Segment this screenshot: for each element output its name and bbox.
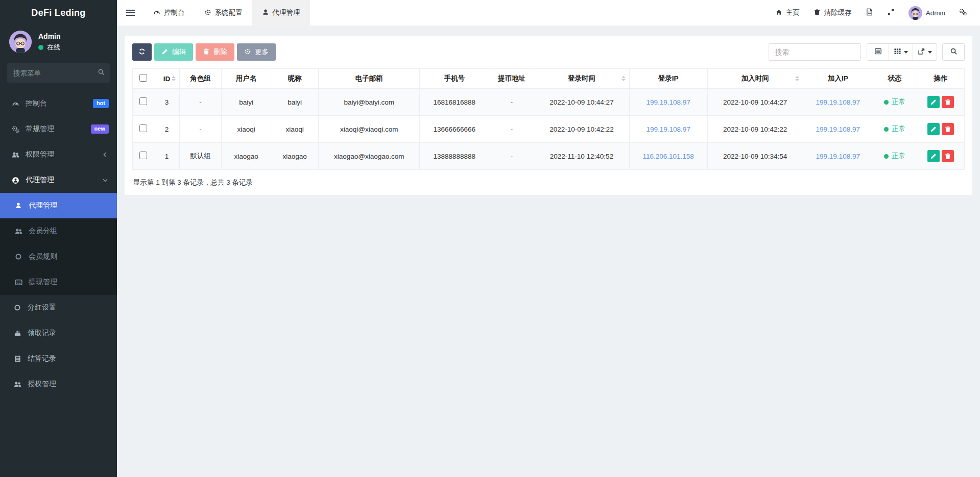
row-checkbox[interactable] xyxy=(139,124,147,132)
cell-join-ip[interactable]: 199.19.108.97 xyxy=(803,116,873,143)
home-link[interactable]: 主页 xyxy=(775,8,800,17)
user-icon xyxy=(13,202,23,210)
settings-button[interactable] xyxy=(959,8,967,17)
language-button[interactable] xyxy=(866,8,873,17)
cell-phone: 16816816888 xyxy=(420,89,489,116)
column-header: 电子邮箱 xyxy=(319,69,420,89)
user-icon xyxy=(262,9,269,17)
list-view-icon xyxy=(874,47,882,57)
new-badge: new xyxy=(91,124,109,133)
sidebar-item-member-group[interactable]: 会员分组 xyxy=(0,218,117,244)
columns-dropdown-button[interactable] xyxy=(889,43,913,61)
tab-agent-manage[interactable]: 代理管理 xyxy=(252,0,310,26)
cell-login-time: 2022-10-09 10:44:27 xyxy=(534,89,629,116)
topbar-right: 主页 清除缓存 Admin xyxy=(775,0,980,26)
detail-view-button[interactable] xyxy=(867,43,889,61)
sidebar-item-label: 结算记录 xyxy=(28,354,56,363)
delete-button[interactable]: 删除 xyxy=(196,43,234,61)
sidebar-item-authorize[interactable]: 授权管理 xyxy=(0,371,117,397)
table-search-input[interactable] xyxy=(769,43,861,61)
fullscreen-button[interactable] xyxy=(887,8,895,17)
user-panel: Admin 在线 xyxy=(0,26,117,59)
sidebar-item-console[interactable]: 控制台 hot xyxy=(0,91,117,116)
more-button[interactable]: 更多 xyxy=(237,43,276,61)
agents-table: ID角色组用户名昵称电子邮箱手机号提币地址登录时间登录IP加入时间加入IP状态操… xyxy=(132,68,965,170)
sidebar-item-settle[interactable]: 结算记录 xyxy=(0,346,117,371)
row-delete-button[interactable] xyxy=(942,150,954,162)
table-row: 1默认组xiaogaoxiaogaoxiaogao@xiaogao.com138… xyxy=(133,143,965,170)
refresh-button[interactable] xyxy=(132,43,152,61)
cell-withdraw-address: - xyxy=(489,143,534,170)
gear-icon xyxy=(244,48,251,57)
user-menu[interactable]: Admin xyxy=(909,6,945,20)
table-row: 3-baiyibaiyibaiyi@baiyi.com16816816888-2… xyxy=(133,89,965,116)
column-header: 角色组 xyxy=(180,69,222,89)
column-header[interactable]: 登录时间 xyxy=(534,69,629,89)
cogs-icon xyxy=(10,125,20,133)
cell-login-ip[interactable]: 199.19.108.97 xyxy=(629,89,707,116)
sidebar-item-withdraw[interactable]: CC 提现管理 xyxy=(0,269,117,295)
cell-actions xyxy=(917,143,964,170)
user-circle-icon xyxy=(10,176,20,184)
row-checkbox[interactable] xyxy=(139,152,147,159)
topbar-user-name: Admin xyxy=(926,9,945,17)
cell-email: baiyi@baiyi.com xyxy=(319,89,420,116)
search-icon xyxy=(98,68,105,78)
column-header[interactable]: 加入时间 xyxy=(707,69,803,89)
cell-actions xyxy=(917,89,964,116)
sidebar-item-general[interactable]: 常规管理 new xyxy=(0,116,117,142)
cell-login-ip[interactable]: 116.206.101.158 xyxy=(629,143,707,170)
cell-phone: 13666666666 xyxy=(420,116,489,143)
users-icon xyxy=(10,150,20,159)
row-edit-button[interactable] xyxy=(927,150,940,162)
export-dropdown-button[interactable] xyxy=(913,43,937,61)
column-label: 加入时间 xyxy=(742,74,769,82)
dashboard-icon xyxy=(153,9,160,17)
trash-icon xyxy=(944,98,951,106)
column-header[interactable]: ID xyxy=(154,69,180,89)
edit-button[interactable]: 编辑 xyxy=(154,43,193,61)
pencil-icon xyxy=(161,48,169,57)
select-all-header xyxy=(133,69,154,89)
sidebar-item-auth[interactable]: 权限管理 xyxy=(0,142,117,167)
sidebar-item-agent-manage[interactable]: 代理管理 xyxy=(0,193,117,218)
cell-join-time: 2022-10-09 10:34:54 xyxy=(707,143,803,170)
status-badge: 正常 xyxy=(884,97,905,107)
chevron-down-icon xyxy=(102,177,109,184)
clear-cache-button[interactable]: 清除缓存 xyxy=(814,8,852,17)
row-delete-button[interactable] xyxy=(942,123,954,135)
row-checkbox[interactable] xyxy=(139,97,147,105)
sidebar-item-receive[interactable]: 领取记录 xyxy=(0,320,117,346)
sidebar-item-label: 领取记录 xyxy=(28,329,56,338)
caret-down-icon xyxy=(904,51,908,54)
menu-search-input[interactable] xyxy=(7,63,110,83)
cell-login-ip[interactable]: 199.19.108.97 xyxy=(629,116,707,143)
gear-icon xyxy=(204,9,211,17)
trash-icon xyxy=(944,153,951,160)
row-edit-button[interactable] xyxy=(927,123,940,135)
cell-join-ip[interactable]: 199.19.108.97 xyxy=(803,89,873,116)
sidebar-item-member-rule[interactable]: 会员规则 xyxy=(0,244,117,269)
topbar: 控制台 系统配置 代理管理 主页 清除缓存 Admin xyxy=(117,0,980,26)
row-edit-button[interactable] xyxy=(927,96,940,108)
tab-system-config[interactable]: 系统配置 xyxy=(195,0,252,26)
sidebar-item-agent[interactable]: 代理管理 xyxy=(0,167,117,193)
sort-carets-icon xyxy=(795,76,799,81)
select-all-checkbox[interactable] xyxy=(139,74,147,82)
status-badge: 正常 xyxy=(884,152,905,161)
row-delete-button[interactable] xyxy=(942,96,954,108)
tab-console[interactable]: 控制台 xyxy=(144,0,195,26)
column-header: 登录IP xyxy=(629,69,707,89)
chevron-left-icon xyxy=(102,151,109,158)
sidebar-item-dividend[interactable]: 分红设置 xyxy=(0,295,117,320)
column-label: 登录IP xyxy=(658,74,679,82)
cell-join-ip[interactable]: 199.19.108.97 xyxy=(803,143,873,170)
cake-icon xyxy=(12,329,22,337)
search-toggle-button[interactable] xyxy=(942,43,965,61)
home-icon xyxy=(775,9,782,17)
menu-toggle-button[interactable] xyxy=(117,0,144,26)
status-dot-icon xyxy=(884,154,889,159)
sidebar-nav: 控制台 hot 常规管理 new 权限管理 代理管理 代理管理 会员分组 xyxy=(0,91,117,397)
cell-username: baiyi xyxy=(222,89,271,116)
sidebar-item-label: 常规管理 xyxy=(26,124,54,134)
